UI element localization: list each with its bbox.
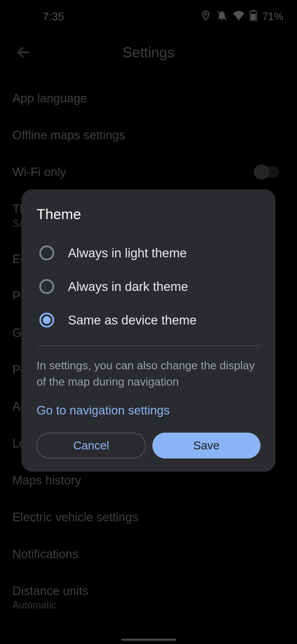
- radio-icon: [39, 279, 54, 294]
- navigation-settings-link[interactable]: Go to navigation settings: [37, 403, 170, 417]
- radio-label: Always in dark theme: [68, 279, 188, 294]
- theme-option-dark[interactable]: Always in dark theme: [37, 270, 260, 303]
- dialog-actions: Cancel Save: [37, 433, 260, 459]
- button-label: Save: [193, 439, 220, 452]
- theme-option-device[interactable]: Same as device theme: [37, 303, 260, 337]
- dialog-description: In settings, you can also change the dis…: [37, 358, 260, 390]
- dialog-divider: [37, 346, 260, 346]
- theme-radio-group: Always in light theme Always in dark the…: [37, 236, 260, 337]
- radio-label: Always in light theme: [68, 245, 187, 260]
- theme-option-light[interactable]: Always in light theme: [37, 236, 260, 270]
- radio-icon: [39, 245, 54, 260]
- radio-label: Same as device theme: [68, 313, 197, 328]
- dialog-title: Theme: [37, 206, 260, 222]
- radio-icon: [39, 313, 54, 328]
- button-label: Cancel: [73, 439, 109, 452]
- save-button[interactable]: Save: [152, 433, 260, 459]
- theme-dialog: Theme Always in light theme Always in da…: [21, 189, 276, 472]
- cancel-button[interactable]: Cancel: [37, 433, 146, 459]
